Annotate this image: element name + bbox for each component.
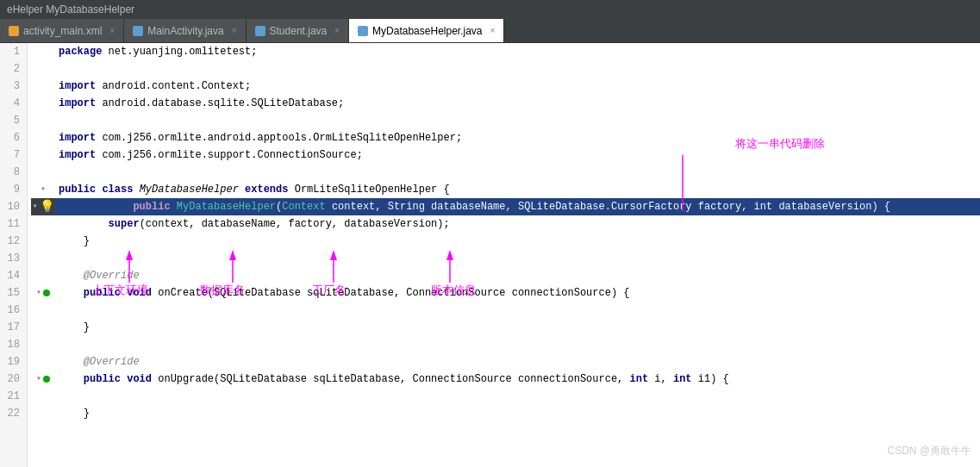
code-line-8: [31, 164, 980, 181]
code-line-16: [31, 302, 980, 319]
code-line-22: }: [31, 405, 980, 422]
tab-student[interactable]: Student.java ×: [247, 19, 350, 42]
code-line-5: [31, 112, 980, 129]
title-bar: eHelper MyDatabaseHelper: [0, 0, 980, 19]
code-line-10: ▾ 💡 public MyDatabaseHelper(Context cont…: [31, 198, 980, 215]
code-line-2: [31, 60, 980, 78]
tab-bar: activity_main.xml × MainActivity.java × …: [0, 19, 980, 43]
watermark: CSDN @勇敢牛牛: [887, 444, 971, 458]
title-text: eHelper MyDatabaseHelper: [7, 3, 134, 16]
code-line-14: @Override: [31, 267, 980, 284]
code-line-17: }: [31, 319, 980, 336]
line-numbers: 1 2 3 4 5 6 7 8 9 10 11 12 13 14 15 16 1…: [0, 43, 28, 467]
code-line-7: import com.j256.ormlite.support.Connecti…: [31, 146, 980, 164]
code-line-13: [31, 250, 980, 267]
code-line-15: ▾ public void onCreate(SQLiteDatabase sq…: [31, 284, 980, 302]
code-line-11: super(context, databaseName, factory, da…: [31, 215, 980, 233]
tab-mainactivity[interactable]: MainActivity.java ×: [124, 19, 246, 42]
code-line-19: @Override: [31, 353, 980, 370]
code-line-21: [31, 388, 980, 405]
code-line-6: import com.j256.ormlite.android.apptools…: [31, 129, 980, 146]
code-line-18: [31, 336, 980, 353]
code-area[interactable]: package net.yuanjing.omlitetest; import …: [28, 43, 980, 467]
tab-mydatabasehelper[interactable]: MyDatabaseHelper.java ×: [349, 19, 504, 42]
editor-area: 1 2 3 4 5 6 7 8 9 10 11 12 13 14 15 16 1…: [0, 43, 980, 467]
code-line-1: package net.yuanjing.omlitetest;: [31, 43, 980, 60]
code-line-4: import android.database.sqlite.SQLiteDat…: [31, 95, 980, 112]
tab-activity-main[interactable]: activity_main.xml ×: [0, 19, 124, 42]
code-line-3: import android.content.Context;: [31, 78, 980, 95]
code-line-12: }: [31, 233, 980, 250]
code-line-20: ▾ public void onUpgrade(SQLiteDatabase s…: [31, 370, 980, 388]
